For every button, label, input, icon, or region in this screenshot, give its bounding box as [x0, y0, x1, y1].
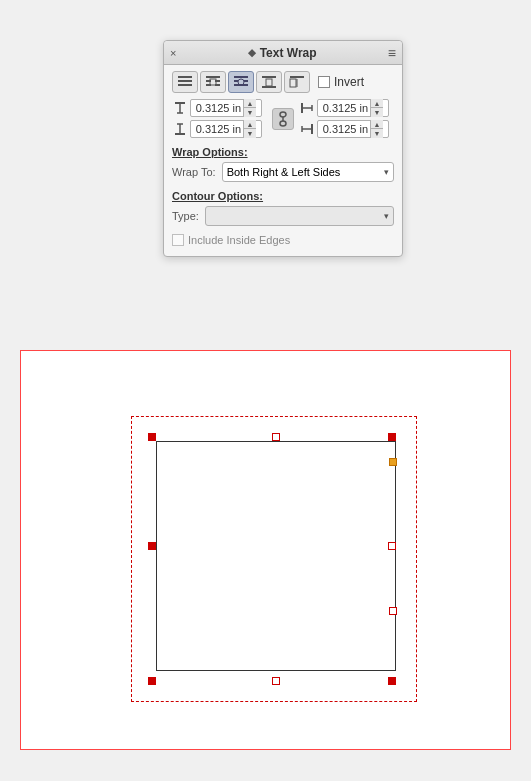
- bottom-offset-up[interactable]: ▲: [244, 120, 256, 129]
- panel-titlebar: × ◆ Text Wrap ≡: [164, 41, 402, 65]
- svg-rect-12: [244, 80, 248, 82]
- type-label: Type:: [172, 210, 199, 222]
- shape-container: [131, 416, 421, 696]
- type-select[interactable]: ▾: [205, 206, 394, 226]
- svg-rect-32: [311, 124, 313, 134]
- link-icon: [276, 111, 290, 127]
- right-offset-input-wrap: ▲ ▼: [317, 120, 389, 138]
- left-offsets: ▲ ▼: [172, 99, 267, 138]
- wrap-object-button[interactable]: [228, 71, 254, 93]
- wrap-to-row: Wrap To: Both Right & Left Sides ▾: [172, 162, 394, 182]
- left-offset-up[interactable]: ▲: [371, 99, 383, 108]
- right-offset-input[interactable]: [318, 123, 370, 135]
- handle-top-right[interactable]: [388, 433, 396, 441]
- svg-rect-17: [290, 76, 304, 78]
- diamond-icon: ◆: [248, 47, 256, 58]
- svg-rect-9: [234, 76, 248, 78]
- handle-middle-right[interactable]: [388, 542, 396, 550]
- svg-rect-1: [178, 80, 192, 82]
- top-offset-row: ▲ ▼: [172, 99, 267, 117]
- right-offset-up[interactable]: ▲: [371, 120, 383, 129]
- right-offset-icon: [299, 121, 315, 137]
- svg-rect-8: [215, 84, 220, 86]
- close-icon[interactable]: ×: [170, 47, 176, 59]
- canvas-area: [20, 350, 511, 750]
- handle-white-lower-right[interactable]: [389, 607, 397, 615]
- panel-body: Invert ▲: [164, 65, 402, 256]
- jump-next-column-icon: [289, 75, 305, 89]
- invert-text: Invert: [334, 75, 364, 89]
- contour-options-label: Contour Options:: [172, 190, 394, 202]
- panel-title-text: Text Wrap: [260, 46, 317, 60]
- shape-border: [156, 441, 396, 671]
- svg-rect-20: [175, 102, 185, 104]
- svg-rect-10: [234, 80, 238, 82]
- handle-bottom-middle[interactable]: [272, 677, 280, 685]
- left-offset-row: ▲ ▼: [299, 99, 394, 117]
- wrap-button-group: [172, 71, 310, 93]
- left-offset-icon: [299, 100, 315, 116]
- wrap-mode-buttons: Invert: [172, 71, 394, 93]
- top-offset-stepper: ▲ ▼: [243, 99, 256, 117]
- svg-rect-23: [175, 133, 185, 135]
- jump-object-icon: [261, 75, 277, 89]
- bottom-offset-input-wrap: ▲ ▼: [190, 120, 262, 138]
- bottom-offset-icon: [172, 121, 188, 137]
- wrap-options-label: Wrap Options:: [172, 146, 394, 158]
- bottom-offset-stepper: ▲ ▼: [243, 120, 256, 138]
- type-arrow: ▾: [384, 211, 389, 221]
- link-offsets-button[interactable]: [272, 108, 294, 130]
- bottom-offset-row: ▲ ▼: [172, 120, 267, 138]
- svg-rect-19: [290, 79, 296, 87]
- right-offset-down[interactable]: ▼: [371, 129, 383, 138]
- handle-bottom-right[interactable]: [388, 677, 396, 685]
- invert-label: Invert: [318, 75, 364, 89]
- left-offset-down[interactable]: ▼: [371, 108, 383, 117]
- handle-middle-left[interactable]: [148, 542, 156, 550]
- wrap-to-value: Both Right & Left Sides: [227, 166, 341, 178]
- svg-rect-13: [234, 84, 248, 86]
- left-offset-input[interactable]: [318, 102, 370, 114]
- top-offset-input[interactable]: [191, 102, 243, 114]
- include-inside-edges-checkbox[interactable]: [172, 234, 184, 246]
- bottom-offset-input[interactable]: [191, 123, 243, 135]
- svg-rect-2: [178, 84, 192, 86]
- svg-rect-16: [262, 86, 276, 88]
- jump-object-button[interactable]: [256, 71, 282, 93]
- offset-grid: ▲ ▼: [172, 99, 394, 138]
- text-wrap-panel: × ◆ Text Wrap ≡: [163, 40, 403, 257]
- wrap-to-label: Wrap To:: [172, 166, 216, 178]
- wrap-bounding-button[interactable]: [200, 71, 226, 93]
- svg-rect-26: [280, 112, 286, 117]
- handle-top-middle[interactable]: [272, 433, 280, 441]
- handle-orange[interactable]: [389, 458, 397, 466]
- include-inside-edges-label: Include Inside Edges: [188, 234, 290, 246]
- svg-rect-7: [206, 84, 211, 86]
- no-wrap-icon: [177, 75, 193, 89]
- no-wrap-button[interactable]: [172, 71, 198, 93]
- top-offset-up[interactable]: ▲: [244, 99, 256, 108]
- top-offset-icon: [172, 100, 188, 116]
- right-offset-stepper: ▲ ▼: [370, 120, 383, 138]
- svg-rect-29: [301, 103, 303, 113]
- wrap-to-arrow: ▾: [384, 167, 389, 177]
- handle-top-left[interactable]: [148, 433, 156, 441]
- wrap-bounding-icon: [205, 75, 221, 89]
- bottom-offset-down[interactable]: ▼: [244, 129, 256, 138]
- include-inside-edges-row: Include Inside Edges: [172, 234, 394, 246]
- wrap-to-select[interactable]: Both Right & Left Sides ▾: [222, 162, 394, 182]
- type-row: Type: ▾: [172, 206, 394, 226]
- svg-rect-15: [266, 79, 272, 86]
- panel-menu-icon[interactable]: ≡: [388, 45, 396, 61]
- top-offset-down[interactable]: ▼: [244, 108, 256, 117]
- left-offset-stepper: ▲ ▼: [370, 99, 383, 117]
- jump-next-column-button[interactable]: [284, 71, 310, 93]
- svg-rect-27: [280, 121, 286, 126]
- invert-checkbox[interactable]: [318, 76, 330, 88]
- left-offset-input-wrap: ▲ ▼: [317, 99, 389, 117]
- svg-rect-3: [206, 76, 220, 78]
- wrap-object-icon: [233, 75, 249, 89]
- handle-bottom-left[interactable]: [148, 677, 156, 685]
- svg-rect-0: [178, 76, 192, 78]
- svg-rect-14: [262, 76, 276, 78]
